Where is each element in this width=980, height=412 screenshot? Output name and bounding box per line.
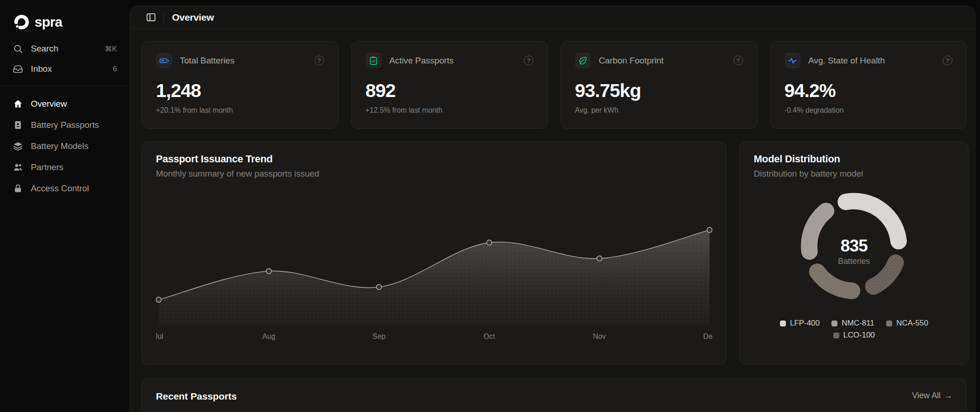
app-root: spra Search ⌘K Inbox 6: [0, 0, 980, 412]
stat-card-avg-state-of-health: Avg. State of Health ? 94.2% -0.4% degra…: [770, 41, 967, 129]
stats-row: Total Batteries ? 1,248 +20.1% from last…: [142, 41, 967, 129]
search-label: Search: [31, 44, 58, 54]
sidebar-nav: Overview Battery Passports Battery Model…: [0, 93, 130, 199]
svg-text:Dec: Dec: [703, 332, 712, 340]
legend-swatch: [780, 320, 786, 326]
sidebar-item-access-control[interactable]: Access Control: [13, 178, 117, 199]
legend-item-nca-550: NCA-550: [886, 319, 928, 328]
legend-swatch: [831, 320, 837, 326]
svg-text:Jul: Jul: [156, 332, 163, 340]
donut-center-label: Batteries: [838, 257, 870, 266]
stat-card-total-batteries: Total Batteries ? 1,248 +20.1% from last…: [142, 41, 338, 129]
nav-label: Overview: [31, 99, 67, 109]
brand-logo[interactable]: spra: [0, 12, 130, 32]
lock-icon: [13, 183, 23, 194]
help-icon[interactable]: ?: [734, 56, 743, 65]
inbox-icon: [13, 64, 23, 74]
sidebar-item-inbox[interactable]: Inbox 6: [13, 59, 117, 79]
donut-chart-svg: 835 Batteries: [754, 181, 954, 314]
svg-text:Oct: Oct: [484, 332, 495, 340]
stat-title: Carbon Footprint: [599, 56, 664, 66]
help-icon[interactable]: ?: [524, 56, 533, 65]
brand-name: spra: [34, 14, 62, 30]
donut-center-value: 835: [841, 236, 868, 255]
distribution-chart-subtitle: Distribution by battery model: [754, 169, 954, 179]
distribution-chart-title: Model Distribution: [754, 153, 954, 165]
stat-title: Active Passports: [390, 56, 454, 66]
sidebar-item-search[interactable]: Search ⌘K: [13, 39, 117, 59]
legend-swatch: [886, 320, 892, 326]
stat-subtitle: +12.5% from last month: [366, 106, 534, 114]
search-shortcut: ⌘K: [105, 45, 117, 53]
legend-item-lfp-400: LFP-400: [780, 319, 820, 328]
trend-chart-svg: JulAugSepOctNovDec: [156, 188, 712, 344]
svg-text:Aug: Aug: [263, 332, 275, 340]
sidebar-item-overview[interactable]: Overview: [13, 93, 117, 114]
donut-segment-nca-550: [817, 272, 852, 291]
stat-subtitle: -0.4% degradation: [785, 106, 953, 114]
stat-subtitle: +20.1% from last month: [156, 106, 324, 114]
passport-issuance-trend-card: Passport Issuance Trend Monthly summary …: [142, 142, 727, 365]
legend-item-nmc-811: NMC-811: [831, 319, 874, 328]
trend-chart: JulAugSepOctNovDec: [156, 188, 712, 346]
clipboard-check-icon: [368, 56, 378, 66]
model-distribution-card: Model Distribution Distribution by batte…: [739, 142, 969, 365]
page-title: Overview: [172, 12, 214, 23]
stat-card-carbon-footprint: Carbon Footprint ? 93.75kg Avg. per kWh: [561, 41, 757, 129]
nav-label: Partners: [31, 162, 63, 172]
panel-left-icon: [146, 12, 156, 23]
stat-value: 1,248: [156, 80, 324, 102]
sidebar-item-battery-models[interactable]: Battery Models: [13, 136, 117, 157]
view-all-link[interactable]: View All →: [912, 391, 952, 401]
sidebar-toggle-button[interactable]: [143, 10, 159, 25]
sidebar-item-battery-passports[interactable]: Battery Passports: [13, 114, 117, 136]
stat-title: Total Batteries: [180, 56, 235, 66]
sidebar: spra Search ⌘K Inbox 6: [0, 0, 130, 412]
legend-item-lco-100: LCO-100: [833, 331, 875, 340]
help-icon[interactable]: ?: [315, 56, 324, 65]
home-icon: [13, 99, 23, 109]
legend-label: NMC-811: [842, 319, 874, 328]
layers-icon: [13, 141, 23, 151]
view-all-label: View All: [912, 391, 940, 401]
donut-legend: LFP-400NMC-811NCA-550LCO-100: [754, 319, 954, 340]
charts-row: Passport Issuance Trend Monthly summary …: [142, 142, 967, 365]
legend-swatch: [833, 332, 839, 338]
arrow-right-icon: →: [944, 391, 952, 401]
stat-value: 94.2%: [785, 80, 953, 102]
stat-value: 892: [366, 80, 534, 102]
stat-value: 93.75kg: [575, 80, 743, 102]
help-icon[interactable]: ?: [943, 56, 952, 65]
stat-title: Avg. State of Health: [808, 56, 885, 66]
donut-segment-nmc-811: [809, 211, 826, 252]
nav-label: Battery Passports: [31, 120, 99, 130]
stat-subtitle: Avg. per kWh: [575, 106, 743, 114]
main-content: Total Batteries ? 1,248 +20.1% from last…: [130, 29, 975, 412]
search-icon: [13, 44, 23, 54]
trend-chart-subtitle: Monthly summary of new passports issued: [156, 169, 712, 179]
topbar-divider: [163, 12, 164, 23]
brand-logo-icon: [13, 13, 30, 31]
main-panel: Overview Total Batteries: [130, 6, 975, 412]
stat-card-active-passports: Active Passports ? 892 +12.5% from last …: [351, 41, 548, 129]
nav-label: Access Control: [31, 183, 89, 194]
donut-segment-lco-100: [873, 263, 895, 286]
trend-chart-title: Passport Issuance Trend: [156, 153, 712, 165]
svg-text:Nov: Nov: [593, 332, 606, 340]
nav-label: Battery Models: [31, 141, 88, 151]
legend-label: LCO-100: [843, 331, 875, 340]
stat-icon-tile: [366, 52, 382, 69]
sidebar-item-partners[interactable]: Partners: [13, 157, 117, 178]
stat-icon-tile: [156, 52, 172, 69]
activity-icon: [787, 56, 797, 66]
legend-label: LFP-400: [790, 319, 820, 328]
users-icon: [13, 162, 23, 172]
stat-icon-tile: [785, 52, 801, 69]
donut-segment-lfp-400: [846, 201, 899, 241]
inbox-label: Inbox: [31, 64, 52, 74]
leaf-icon: [578, 56, 588, 66]
inbox-badge: 6: [113, 65, 117, 73]
recent-passports-title: Recent Passports: [156, 391, 237, 402]
recent-passports-card: Recent Passports View All →: [142, 378, 967, 412]
svg-text:Sep: Sep: [373, 332, 385, 340]
